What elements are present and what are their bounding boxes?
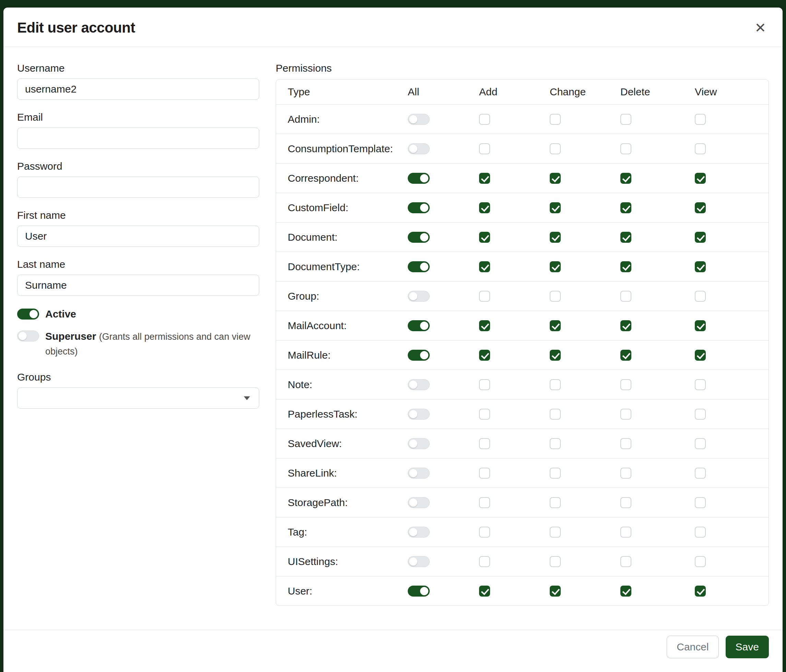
- change-checkbox[interactable]: [550, 527, 561, 538]
- add-checkbox[interactable]: [479, 232, 490, 243]
- view-checkbox[interactable]: [695, 438, 706, 449]
- delete-checkbox[interactable]: [620, 527, 631, 538]
- all-cell: [408, 114, 479, 125]
- view-checkbox[interactable]: [695, 143, 706, 154]
- all-toggle[interactable]: [408, 291, 430, 302]
- all-toggle[interactable]: [408, 350, 430, 361]
- delete-checkbox[interactable]: [620, 409, 631, 420]
- modal-title: Edit user account: [17, 19, 135, 36]
- last-name-input[interactable]: [17, 275, 259, 296]
- change-checkbox[interactable]: [550, 320, 561, 331]
- change-checkbox[interactable]: [550, 261, 561, 272]
- add-checkbox[interactable]: [479, 350, 490, 361]
- add-checkbox[interactable]: [479, 202, 490, 213]
- all-toggle[interactable]: [408, 468, 430, 479]
- change-checkbox[interactable]: [550, 143, 561, 154]
- cancel-button[interactable]: Cancel: [667, 636, 718, 658]
- active-toggle[interactable]: [17, 309, 39, 320]
- view-checkbox[interactable]: [695, 527, 706, 538]
- email-input[interactable]: [17, 127, 259, 149]
- superuser-toggle[interactable]: [17, 331, 39, 341]
- all-toggle[interactable]: [408, 409, 430, 420]
- add-checkbox[interactable]: [479, 468, 490, 479]
- add-checkbox[interactable]: [479, 556, 490, 567]
- delete-checkbox[interactable]: [620, 350, 631, 361]
- all-toggle[interactable]: [408, 143, 430, 154]
- permission-type-label: SavedView:: [276, 438, 408, 449]
- all-toggle[interactable]: [408, 173, 430, 184]
- add-checkbox[interactable]: [479, 320, 490, 331]
- change-checkbox[interactable]: [550, 409, 561, 420]
- change-checkbox[interactable]: [550, 379, 561, 390]
- password-input[interactable]: [17, 177, 259, 198]
- add-checkbox[interactable]: [479, 527, 490, 538]
- view-checkbox[interactable]: [695, 202, 706, 213]
- view-checkbox[interactable]: [695, 497, 706, 508]
- all-toggle[interactable]: [408, 202, 430, 213]
- add-checkbox[interactable]: [479, 173, 490, 184]
- view-checkbox[interactable]: [695, 379, 706, 390]
- delete-checkbox[interactable]: [620, 438, 631, 449]
- all-toggle[interactable]: [408, 232, 430, 243]
- delete-checkbox[interactable]: [620, 202, 631, 213]
- view-checkbox[interactable]: [695, 350, 706, 361]
- add-checkbox[interactable]: [479, 114, 490, 125]
- delete-checkbox[interactable]: [620, 379, 631, 390]
- groups-select[interactable]: [17, 388, 259, 409]
- add-checkbox[interactable]: [479, 291, 490, 302]
- change-checkbox[interactable]: [550, 202, 561, 213]
- all-toggle[interactable]: [408, 438, 430, 449]
- change-checkbox[interactable]: [550, 497, 561, 508]
- delete-checkbox[interactable]: [620, 556, 631, 567]
- delete-checkbox[interactable]: [620, 261, 631, 272]
- view-checkbox[interactable]: [695, 291, 706, 302]
- change-checkbox[interactable]: [550, 350, 561, 361]
- change-checkbox[interactable]: [550, 114, 561, 125]
- add-checkbox[interactable]: [479, 409, 490, 420]
- delete-checkbox[interactable]: [620, 586, 631, 597]
- view-checkbox[interactable]: [695, 114, 706, 125]
- add-checkbox[interactable]: [479, 438, 490, 449]
- delete-checkbox[interactable]: [620, 232, 631, 243]
- view-checkbox[interactable]: [695, 468, 706, 479]
- add-checkbox[interactable]: [479, 497, 490, 508]
- username-input[interactable]: [17, 79, 259, 100]
- add-checkbox[interactable]: [479, 261, 490, 272]
- add-checkbox[interactable]: [479, 379, 490, 390]
- delete-checkbox[interactable]: [620, 320, 631, 331]
- view-checkbox[interactable]: [695, 320, 706, 331]
- delete-checkbox[interactable]: [620, 173, 631, 184]
- add-checkbox[interactable]: [479, 143, 490, 154]
- change-checkbox[interactable]: [550, 232, 561, 243]
- all-toggle[interactable]: [408, 320, 430, 331]
- all-toggle[interactable]: [408, 527, 430, 538]
- view-checkbox[interactable]: [695, 586, 706, 597]
- view-checkbox[interactable]: [695, 232, 706, 243]
- first-name-input[interactable]: [17, 226, 259, 247]
- all-toggle[interactable]: [408, 379, 430, 390]
- all-toggle[interactable]: [408, 497, 430, 508]
- delete-checkbox[interactable]: [620, 114, 631, 125]
- all-toggle[interactable]: [408, 556, 430, 567]
- change-checkbox[interactable]: [550, 586, 561, 597]
- all-toggle[interactable]: [408, 114, 430, 125]
- all-toggle[interactable]: [408, 261, 430, 272]
- delete-checkbox[interactable]: [620, 468, 631, 479]
- add-checkbox[interactable]: [479, 586, 490, 597]
- close-icon[interactable]: ✕: [753, 19, 767, 36]
- change-checkbox[interactable]: [550, 556, 561, 567]
- save-button[interactable]: Save: [726, 636, 769, 658]
- all-toggle[interactable]: [408, 586, 430, 597]
- change-checkbox[interactable]: [550, 468, 561, 479]
- change-checkbox[interactable]: [550, 291, 561, 302]
- delete-checkbox[interactable]: [620, 291, 631, 302]
- change-checkbox[interactable]: [550, 173, 561, 184]
- change-checkbox[interactable]: [550, 438, 561, 449]
- view-checkbox[interactable]: [695, 173, 706, 184]
- add-cell: [479, 261, 550, 272]
- view-checkbox[interactable]: [695, 261, 706, 272]
- delete-checkbox[interactable]: [620, 143, 631, 154]
- view-checkbox[interactable]: [695, 409, 706, 420]
- view-checkbox[interactable]: [695, 556, 706, 567]
- delete-checkbox[interactable]: [620, 497, 631, 508]
